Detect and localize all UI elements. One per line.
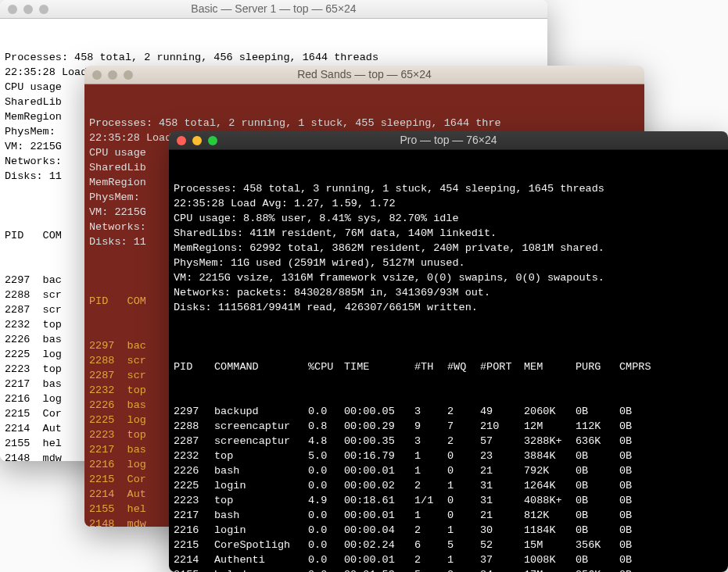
- traffic-lights: [169, 136, 217, 145]
- cell: 00:16.79: [344, 449, 414, 463]
- cell: 4088K+: [524, 493, 576, 508]
- cell: 0B: [576, 493, 619, 508]
- table-row: 2288screencaptur0.800:00.299721012M112K0…: [174, 419, 723, 434]
- cell: 0B: [576, 478, 619, 493]
- cell: 17M: [524, 567, 576, 572]
- cell: 0B: [619, 449, 663, 463]
- table-row: 2226bash0.000:00.011021792K0B0B: [174, 463, 723, 478]
- cell: 9: [414, 419, 447, 434]
- cell: 2217: [174, 508, 214, 523]
- col-command: COMMAND: [214, 359, 308, 374]
- cell: 2: [447, 567, 480, 572]
- cell: 3288K+: [524, 434, 576, 449]
- header-line: VM: 2215G vsize, 1316M framework vsize, …: [174, 270, 723, 285]
- cell: 2232: [174, 449, 214, 463]
- titlebar[interactable]: Red Sands — top — 65×24: [84, 66, 644, 84]
- cell: 0B: [576, 508, 619, 523]
- cell: 0B: [619, 508, 663, 523]
- cell: 0B: [619, 463, 663, 478]
- cell: 00:00.05: [344, 404, 414, 419]
- header-line: [174, 315, 723, 330]
- titlebar[interactable]: Basic — Server 1 — top — 65×24: [0, 0, 547, 19]
- close-icon[interactable]: [8, 5, 17, 14]
- cell: 00:18.61: [344, 493, 414, 508]
- cell: 30: [480, 523, 524, 538]
- column-header: PIDCOMMAND%CPUTIME#TH#WQ#PORTMEMPURGCMPR…: [174, 359, 723, 374]
- terminal-content[interactable]: Processes: 458 total, 3 running, 1 stuck…: [169, 150, 728, 572]
- cell: 2: [414, 478, 447, 493]
- close-icon[interactable]: [177, 136, 186, 145]
- cell: 1008K: [524, 552, 576, 567]
- cell: 0: [447, 493, 480, 508]
- cell: 2155: [174, 567, 214, 572]
- cell: backupd: [214, 404, 308, 419]
- process-list: 2297backupd0.000:00.0532492060K0B0B2288s…: [174, 404, 723, 572]
- cell: 0.0: [308, 538, 344, 552]
- col-pid: PID: [174, 359, 214, 374]
- cell: 2: [414, 523, 447, 538]
- traffic-lights: [84, 70, 133, 80]
- table-row: 2225login0.000:00.0221311264K0B0B: [174, 478, 723, 493]
- cell: screencaptur: [214, 434, 308, 449]
- cell: 2288: [174, 419, 214, 434]
- cell: 0B: [619, 493, 663, 508]
- minimize-icon[interactable]: [23, 5, 33, 14]
- cell: 256K: [576, 567, 619, 572]
- cell: 12M: [524, 419, 576, 434]
- col-port: #PORT: [480, 359, 524, 374]
- cell: 0.0: [308, 508, 344, 523]
- cell: 0B: [619, 523, 663, 538]
- cell: 3: [414, 404, 447, 419]
- cell: 31: [480, 493, 524, 508]
- maximize-icon[interactable]: [124, 70, 133, 80]
- col-purg: PURG: [576, 359, 619, 374]
- header-line: Processes: 458 total, 2 running, 456 sle…: [5, 50, 543, 65]
- cell: 2214: [174, 552, 214, 567]
- cell: bash: [214, 463, 308, 478]
- cell: 0B: [576, 449, 619, 463]
- header-line: MemRegions: 62992 total, 3862M resident,…: [174, 241, 723, 256]
- cell: 84: [480, 567, 524, 572]
- cell: 00:00.02: [344, 478, 414, 493]
- header-line: Networks: packets: 843028/885M in, 34136…: [174, 285, 723, 300]
- cell: CoreSpotligh: [214, 538, 308, 552]
- cell: 0.0: [308, 478, 344, 493]
- table-row: 2215CoreSpotligh0.000:02.24655215M356K0B: [174, 538, 723, 552]
- titlebar[interactable]: Pro — top — 76×24: [169, 131, 728, 150]
- cell: 5: [447, 538, 480, 552]
- cell: top: [214, 493, 308, 508]
- minimize-icon[interactable]: [192, 136, 202, 145]
- maximize-icon[interactable]: [208, 136, 217, 145]
- window-title: Red Sands — top — 65×24: [84, 67, 644, 82]
- cell: 2226: [174, 463, 214, 478]
- cell: 0: [447, 508, 480, 523]
- cell: 52: [480, 538, 524, 552]
- minimize-icon[interactable]: [108, 70, 117, 80]
- cell: 0B: [619, 552, 663, 567]
- cell: screencaptur: [214, 419, 308, 434]
- cell: 5: [414, 567, 447, 572]
- cell: 0B: [619, 404, 663, 419]
- cell: 2297: [174, 404, 214, 419]
- cell: 00:00.29: [344, 419, 414, 434]
- cell: 812K: [524, 508, 576, 523]
- cell: bash: [214, 508, 308, 523]
- table-row: 2216login0.000:00.0421301184K0B0B: [174, 523, 723, 538]
- maximize-icon[interactable]: [39, 5, 48, 14]
- cell: login: [214, 478, 308, 493]
- cell: Authenti: [214, 552, 308, 567]
- col-wq: #WQ: [447, 359, 480, 374]
- window-title: Pro — top — 76×24: [169, 133, 728, 148]
- close-icon[interactable]: [92, 70, 102, 80]
- cell: 0B: [576, 463, 619, 478]
- cell: 0.0: [308, 404, 344, 419]
- cell: 0B: [619, 478, 663, 493]
- cell: 0B: [619, 419, 663, 434]
- cell: 1: [414, 449, 447, 463]
- cell: 2: [447, 434, 480, 449]
- header-line: CPU usage: 8.88% user, 8.41% sys, 82.70%…: [174, 211, 723, 226]
- table-row: 2217bash0.000:00.011021812K0B0B: [174, 508, 723, 523]
- cell: 112K: [576, 419, 619, 434]
- terminal-window-pro[interactable]: Pro — top — 76×24 Processes: 458 total, …: [169, 131, 728, 572]
- cell: 5.0: [308, 449, 344, 463]
